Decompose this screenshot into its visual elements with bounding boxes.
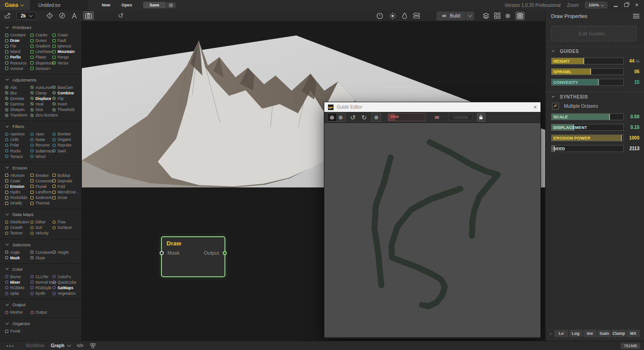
node-item-rgbmix[interactable]: RGBMix <box>5 285 30 291</box>
draw-node[interactable]: Draw Mask Output <box>161 236 225 277</box>
disable-toggle[interactable]: ⊗ <box>505 12 511 19</box>
graph-mode-dropdown[interactable]: Graph <box>51 343 70 348</box>
node-item-texture[interactable]: Texture <box>5 230 30 236</box>
compass-button[interactable] <box>59 12 65 19</box>
node-item-velocity[interactable]: Velocity <box>30 230 52 236</box>
node-item-biome[interactable]: Biome <box>5 274 30 280</box>
node-item-linenoise[interactable]: LineNoise <box>30 49 52 54</box>
node-item-convector[interactable]: Convector <box>30 178 52 184</box>
node-item-autolevel[interactable]: AutoLevel <box>30 85 52 90</box>
section-header-color[interactable]: Color <box>0 266 81 273</box>
nodes-view-button[interactable] <box>90 343 96 349</box>
restore-button[interactable] <box>624 3 628 7</box>
gizmo-button[interactable] <box>46 12 53 19</box>
node-item-clamp[interactable]: Clamp <box>30 90 52 96</box>
node-item-hydro[interactable]: Hydro <box>5 189 30 195</box>
node-item-dunes[interactable]: Dunes <box>30 38 52 43</box>
clear-guides-button[interactable]: ⊗ <box>371 113 381 122</box>
resolution-dropdown[interactable]: 2k <box>17 12 36 20</box>
node-item-swirl[interactable]: Swirl <box>52 148 81 154</box>
node-item-repulse[interactable]: Repulse <box>52 142 81 148</box>
size-slider[interactable]: Size <box>388 113 426 121</box>
node-item-fluvial[interactable]: Fluvial <box>30 184 52 189</box>
node-item-terrace[interactable]: Terrace <box>5 154 30 159</box>
node-item-blur[interactable]: Blur <box>5 90 30 96</box>
node-item-rgbsplit[interactable]: RGBSplit <box>30 285 52 291</box>
minimize-button[interactable] <box>614 6 618 7</box>
water-toggle[interactable] <box>402 12 407 19</box>
node-item-cells[interactable]: Cells <box>5 137 30 142</box>
clock-toggle[interactable] <box>376 12 383 19</box>
section-header-erosion[interactable]: Erosion <box>0 164 81 171</box>
node-item-slope[interactable]: Slope <box>30 255 52 261</box>
node-item-snow[interactable]: Snow <box>52 195 81 200</box>
node-item-dither[interactable]: Dither <box>30 219 52 225</box>
node-item-breaker[interactable]: Breaker <box>30 173 52 178</box>
remove-guide-button[interactable]: ⊗ <box>336 113 345 121</box>
guide-undo-button[interactable]: ↺ <box>349 114 357 121</box>
node-item-cluter[interactable]: CLUTer <box>30 274 52 280</box>
slider-convexity[interactable]: CONVEXITY <box>551 79 624 86</box>
node-item-transform[interactable]: Transform <box>5 112 30 118</box>
node-item-recurve[interactable]: Recurve <box>30 142 52 148</box>
node-item-plates[interactable]: Plates <box>30 54 52 60</box>
screenshot-button[interactable] <box>83 12 94 20</box>
build-button[interactable]: ∞ Build <box>437 12 466 20</box>
node-item-voronoi[interactable]: Voronoi <box>5 66 30 71</box>
node-item-mixer[interactable]: Mixer <box>5 280 30 285</box>
prop-section-synthesis[interactable]: SYNTHESIS <box>546 92 644 101</box>
stack-toggle[interactable] <box>483 12 489 19</box>
node-item-fold[interactable]: Fold <box>52 184 81 189</box>
open-button[interactable]: Open <box>121 3 132 7</box>
lock-button[interactable] <box>477 113 485 122</box>
node-item-thermal[interactable]: Thermal <box>30 200 52 206</box>
build-options-button[interactable] <box>466 12 474 20</box>
node-item-soil[interactable]: Soil <box>30 225 52 230</box>
node-item-mountain[interactable]: Mountain <box>52 49 81 54</box>
node-item-biasgain[interactable]: BiasGain <box>52 85 81 90</box>
node-item-surfacer[interactable]: Surfacer <box>52 225 81 230</box>
node-item-sediment[interactable]: Sediment <box>30 195 52 200</box>
tab-inv[interactable]: Inv <box>583 330 597 337</box>
node-item-abs[interactable]: Abs <box>5 85 30 90</box>
node-item-sine[interactable]: Sine <box>30 107 52 112</box>
close-button[interactable]: × <box>635 3 638 7</box>
more-button[interactable]: ••• <box>6 343 15 349</box>
input-port[interactable] <box>160 251 164 255</box>
node-item-satmaps[interactable]: SatMaps <box>52 285 81 291</box>
node-item-distribution[interactable]: Distribution <box>5 219 30 225</box>
node-item-threshold[interactable]: Threshold <box>52 107 81 112</box>
node-item-voronoi+[interactable]: Voronoi+ <box>30 66 52 71</box>
node-item-buildup[interactable]: Buildup <box>52 173 81 178</box>
chevron-right-icon[interactable]: › <box>550 331 551 336</box>
node-item-height[interactable]: Height <box>52 250 81 255</box>
code-view-button[interactable]: </> <box>77 343 83 348</box>
export-button[interactable] <box>4 12 11 19</box>
text-overlay-button[interactable] <box>71 13 77 19</box>
node-item-noise[interactable]: Noise <box>30 137 52 142</box>
node-item-flip[interactable]: Flip <box>52 96 81 101</box>
sun-toggle[interactable] <box>389 12 396 19</box>
section-header-output[interactable]: Output <box>0 301 81 308</box>
node-item-alluvium[interactable]: Alluvium <box>5 173 30 178</box>
save-button[interactable]: Save <box>143 2 166 8</box>
menu-icon[interactable] <box>633 14 639 18</box>
slider-displacement[interactable]: DISPLACEMENT <box>551 124 624 131</box>
section-header-selectors[interactable]: Selectors <box>0 241 81 248</box>
node-item-whorl[interactable]: Whorl <box>30 154 52 159</box>
node-item-landform[interactable]: Landform <box>30 189 52 195</box>
node-item-fault[interactable]: Fault <box>52 38 81 43</box>
guide-canvas[interactable] <box>324 123 540 337</box>
tab-log[interactable]: Log <box>569 330 582 337</box>
update-button[interactable]: Update <box>448 114 472 121</box>
document-tab[interactable]: Untitled.tor <box>30 0 88 10</box>
node-item-island[interactable]: Island <box>5 49 30 54</box>
node-item-apex[interactable]: Apex <box>30 131 52 137</box>
guide-editor-close-button[interactable]: × <box>533 105 537 110</box>
node-item-subterrace[interactable]: Subterrace <box>30 148 52 154</box>
save-options-button[interactable] <box>166 2 176 8</box>
new-button[interactable]: New <box>102 3 110 7</box>
node-item-polar[interactable]: Polar <box>5 142 30 148</box>
undo-button[interactable]: ↺ <box>118 12 124 20</box>
node-item-denoise[interactable]: Denoise <box>5 96 30 101</box>
